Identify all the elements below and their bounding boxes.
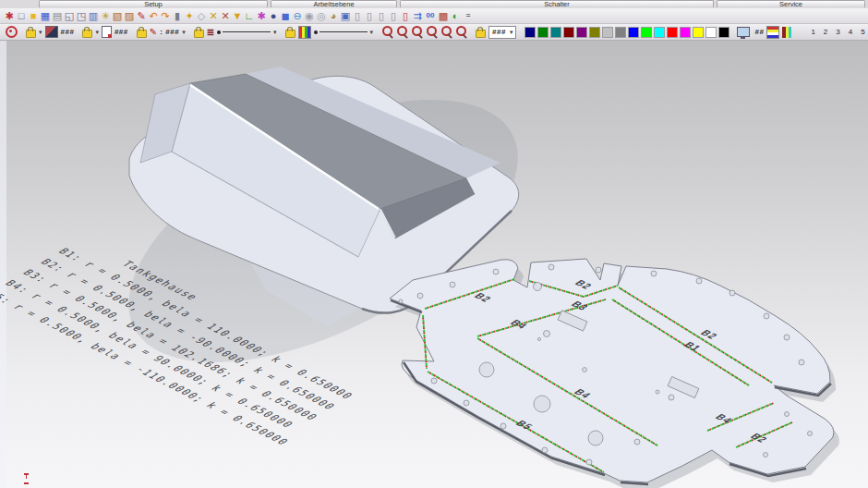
color-swatch-11[interactable] <box>667 27 678 38</box>
lock-icon[interactable] <box>285 30 295 38</box>
color-swatch-5[interactable] <box>589 27 600 38</box>
redo-icon[interactable]: ↷ <box>160 9 171 22</box>
zoom-out-icon[interactable] <box>381 26 393 38</box>
color-swatch-7[interactable] <box>615 27 626 38</box>
view-number-4[interactable]: 4 <box>849 28 852 36</box>
color-swatch-15[interactable] <box>718 27 729 38</box>
tab-setup[interactable]: Setup <box>39 0 268 7</box>
zoom-previous-icon[interactable] <box>440 26 452 38</box>
monitor-icon[interactable] <box>737 27 750 37</box>
overflow-icon[interactable]: = <box>462 9 475 22</box>
new-session-icon[interactable]: ✱ <box>4 9 15 22</box>
axes-icon[interactable]: ∟ <box>244 9 255 22</box>
3d-viewport[interactable]: B2 B2 B3 B4 B2 B1 B4 B5 B4 B2 Tankgehaus… <box>0 41 868 488</box>
lock-icon[interactable] <box>137 30 147 38</box>
star-icon[interactable]: ✱ <box>256 9 267 22</box>
tank-3-icon[interactable]: ▯ <box>376 9 387 22</box>
zoom-dynamic-icon[interactable] <box>455 26 467 38</box>
zoom-window-icon[interactable] <box>411 26 423 38</box>
slider-handle[interactable] <box>314 30 318 34</box>
color-swatch-4[interactable] <box>576 27 587 38</box>
chevron-down-icon[interactable]: ▾ <box>182 28 186 37</box>
snap-target-icon[interactable] <box>6 26 18 38</box>
sheet-icon[interactable] <box>102 26 112 38</box>
chevron-down-icon[interactable]: ▾ <box>273 28 277 37</box>
hash-label: ## <box>754 28 764 36</box>
disk-multi-icon[interactable]: ◕ <box>328 9 339 22</box>
erase-pen-icon[interactable]: ✎ <box>136 9 147 22</box>
lock-icon[interactable] <box>26 30 36 38</box>
chevron-down-icon[interactable]: ▾ <box>39 28 42 37</box>
color-swatch-0[interactable] <box>524 27 536 38</box>
scene-icon[interactable] <box>45 26 58 38</box>
color-swatch-8[interactable] <box>628 27 639 38</box>
color-swatch-3[interactable] <box>563 27 574 38</box>
color-swatch-1[interactable] <box>537 27 549 38</box>
color-swatch-9[interactable] <box>641 27 652 38</box>
slider-handle[interactable] <box>217 30 221 34</box>
open-folder-icon[interactable]: ■ <box>28 9 39 22</box>
lock-icon[interactable] <box>82 30 92 38</box>
tab-service[interactable]: Service <box>717 0 865 7</box>
pen-icon[interactable]: ✎ <box>150 27 157 37</box>
page-setup-icon[interactable]: ◳ <box>76 9 87 22</box>
zoom-in-icon[interactable] <box>396 26 408 38</box>
color-swatch-12[interactable] <box>680 27 691 38</box>
color-table-icon[interactable] <box>298 26 311 39</box>
lock-icon[interactable] <box>194 30 204 38</box>
slider-track <box>319 31 368 32</box>
tool-x2-icon[interactable]: ✕ <box>220 9 231 22</box>
chevron-down-icon[interactable]: ▾ <box>95 28 99 37</box>
view-number-3[interactable]: 3 <box>836 28 839 36</box>
globe-icon[interactable]: ● <box>268 9 279 22</box>
funnel-icon[interactable]: ▼ <box>232 9 243 22</box>
tab-arbeitsebene[interactable]: Arbeitsebene <box>271 0 397 7</box>
lock-icon[interactable] <box>476 30 486 38</box>
linewidth-slider-2[interactable] <box>314 30 368 34</box>
scale-dropdown[interactable]: ### ▾ <box>488 26 516 39</box>
color-swatch-14[interactable] <box>705 27 717 38</box>
tank-2-icon[interactable]: ▯ <box>364 9 375 22</box>
color-swatch-10[interactable] <box>654 27 665 38</box>
layer-value: ### <box>61 28 75 36</box>
grid-multi-icon[interactable]: ▩ <box>438 9 449 22</box>
page-copy-icon[interactable]: ▥ <box>88 9 99 22</box>
tool-x1-icon[interactable]: ✕ <box>208 9 219 22</box>
linestyle-icon[interactable]: ≣ <box>207 27 214 37</box>
properties-toolbar: ▾ ### ▾ ### ✎ : ### ▾ ≣ ▾ ▾ <box>0 24 868 41</box>
stamp-icon[interactable]: ▮ <box>172 9 183 22</box>
undo-icon[interactable]: ↶ <box>148 9 159 22</box>
chevron-down-icon[interactable]: ▾ <box>370 28 374 37</box>
print-icon[interactable]: ▤ <box>52 9 63 22</box>
zeros-icon[interactable]: 00 <box>424 9 437 22</box>
export-arrows-icon[interactable]: ⇉ <box>412 9 423 22</box>
linewidth-slider[interactable] <box>217 30 271 34</box>
disk-blue-icon[interactable]: ⊖ <box>292 9 303 22</box>
window-blue-icon[interactable]: ▣ <box>340 9 351 22</box>
zoom-extents-icon[interactable] <box>426 26 438 38</box>
light-icon[interactable]: ✦ <box>184 9 195 22</box>
new-file-icon[interactable]: □ <box>16 9 27 22</box>
sphere-rg-icon[interactable]: ◐ <box>450 9 461 22</box>
disk-gray2-icon[interactable]: ◎ <box>316 9 327 22</box>
view-number-2[interactable]: 2 <box>824 28 827 36</box>
color-swatch-13[interactable] <box>693 27 704 38</box>
color-bars-icon[interactable] <box>782 27 793 38</box>
image-icon[interactable]: ▦ <box>40 9 51 22</box>
tank-1-icon[interactable]: ▯ <box>352 9 363 22</box>
disk-gray1-icon[interactable]: ◉ <box>304 9 315 22</box>
cube-icon[interactable]: ◼ <box>280 9 291 22</box>
view-number-5[interactable]: 5 <box>861 28 864 36</box>
tank-red-icon[interactable]: ▯ <box>400 9 411 22</box>
palette-stripes-icon[interactable] <box>766 26 779 39</box>
refresh-b-icon[interactable]: ▨ <box>124 9 135 22</box>
workplane-icon[interactable]: ◇ <box>196 9 207 22</box>
color-swatch-6[interactable] <box>602 27 613 38</box>
view-number-1[interactable]: 1 <box>811 28 814 36</box>
settings-gear-icon[interactable]: ✳ <box>100 9 111 22</box>
tab-schalter[interactable]: Schalter <box>400 0 714 7</box>
tank-4-icon[interactable]: ▯ <box>388 9 399 22</box>
refresh-a-icon[interactable]: ▧ <box>112 9 123 22</box>
print-preview-icon[interactable]: ◱ <box>64 9 75 22</box>
color-swatch-2[interactable] <box>550 27 561 38</box>
